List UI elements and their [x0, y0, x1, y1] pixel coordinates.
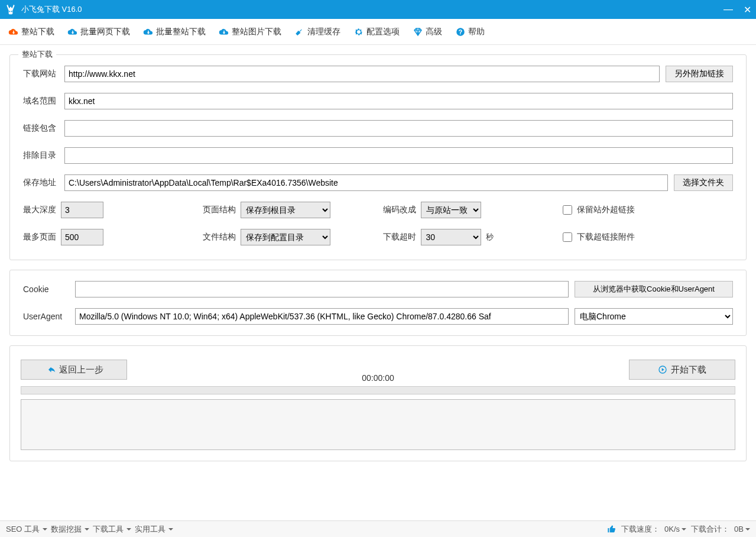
cloud-download-icon — [8, 27, 19, 37]
status-menu-data[interactable]: 数据挖掘 — [51, 524, 89, 535]
status-menu-download[interactable]: 下载工具 — [93, 524, 131, 535]
log-output — [21, 399, 735, 450]
attach-link-button[interactable]: 另外附加链接 — [666, 66, 733, 82]
close-button[interactable]: ✕ — [744, 4, 751, 15]
start-download-button[interactable]: 开始下载 — [629, 360, 735, 380]
tool-help[interactable]: ? 帮助 — [455, 27, 485, 37]
label-timeout: 下载超时 — [383, 232, 416, 242]
tool-settings[interactable]: 配置选项 — [353, 27, 400, 37]
label-encoding: 编码改成 — [383, 205, 416, 215]
url-input[interactable] — [64, 66, 660, 82]
label-url: 下载网站 — [23, 69, 64, 79]
include-input[interactable] — [64, 120, 733, 137]
cookie-input[interactable] — [75, 281, 569, 297]
total-value[interactable]: 0B — [734, 525, 750, 533]
svg-point-1 — [11, 11, 12, 12]
keep-external-links-checkbox[interactable] — [563, 205, 572, 215]
diamond-icon — [413, 27, 423, 37]
svg-point-0 — [9, 11, 10, 12]
label-pages: 最多页面 — [23, 232, 56, 242]
label-useragent: UserAgent — [23, 312, 75, 321]
broom-icon — [294, 27, 305, 37]
thumbs-up-icon — [607, 525, 617, 534]
http-form: Cookie 从浏览器中获取Cookie和UserAgent UserAgent… — [9, 270, 747, 336]
status-menu-util[interactable]: 实用工具 — [135, 524, 173, 535]
back-arrow-icon — [45, 364, 56, 375]
tool-site-images[interactable]: 整站图片下载 — [219, 27, 281, 37]
action-panel: 返回上一步 00:00:00 开始下载 — [9, 345, 747, 461]
tool-batch-page[interactable]: 批量网页下载 — [67, 27, 130, 37]
svg-text:?: ? — [459, 28, 462, 35]
useragent-type-select[interactable]: 电脑Chrome — [575, 308, 733, 325]
label-savepath: 保存地址 — [23, 177, 64, 188]
back-button[interactable]: 返回上一步 — [21, 360, 127, 380]
label-exclude: 排除目录 — [23, 150, 64, 161]
title-bar: 小飞兔下载 V16.0 — ✕ — [0, 0, 756, 19]
progress-bar — [21, 386, 735, 394]
tool-advanced[interactable]: 高级 — [413, 27, 442, 37]
pagestruct-select[interactable]: 保存到根目录 — [241, 202, 330, 218]
get-cookie-button[interactable]: 从浏览器中获取Cookie和UserAgent — [575, 281, 733, 297]
tool-batch-site[interactable]: 批量整站下载 — [143, 27, 206, 37]
minimize-button[interactable]: — — [723, 4, 733, 15]
label-filestruct: 文件结构 — [203, 232, 236, 242]
useragent-input[interactable] — [75, 308, 569, 325]
savepath-input[interactable] — [64, 174, 668, 191]
gear-icon — [353, 27, 364, 37]
window-title: 小飞兔下载 V16.0 — [21, 4, 723, 15]
encoding-select[interactable]: 与原站一致 — [421, 202, 481, 218]
tool-clear-cache[interactable]: 清理缓存 — [294, 27, 340, 37]
filestruct-select[interactable]: 保存到配置目录 — [241, 229, 330, 245]
pages-input[interactable] — [61, 229, 103, 245]
cloud-download-icon — [67, 27, 78, 37]
label-pagestruct: 页面结构 — [203, 205, 236, 215]
exclude-input[interactable] — [64, 147, 733, 164]
form-legend: 整站下载 — [18, 49, 56, 60]
label-include: 链接包含 — [23, 123, 64, 134]
cloud-download-icon — [143, 27, 154, 37]
main-form: 整站下载 下载网站 另外附加链接 域名范围 链接包含 排除目录 保存地址 选择文… — [9, 54, 747, 260]
status-bar: SEO 工具 数据挖掘 下载工具 实用工具 下载速度： 0K/s 下载合计： 0… — [0, 520, 756, 537]
app-logo-icon — [5, 4, 17, 15]
label-dlattach: 下载超链接附件 — [577, 232, 635, 242]
speed-value[interactable]: 0K/s — [664, 525, 686, 533]
cloud-download-icon — [219, 27, 229, 37]
help-icon: ? — [455, 27, 466, 37]
speed-label: 下载速度： — [621, 524, 660, 535]
depth-input[interactable] — [61, 202, 103, 218]
timer-text: 00:00:00 — [362, 373, 394, 383]
play-icon — [658, 365, 667, 374]
timeout-select[interactable]: 30 — [421, 229, 481, 245]
toolbar: 整站下载 批量网页下载 批量整站下载 整站图片下载 清理缓存 配置选项 高级 ?… — [0, 19, 756, 45]
browse-folder-button[interactable]: 选择文件夹 — [674, 174, 733, 191]
status-menu-seo[interactable]: SEO 工具 — [6, 524, 47, 535]
label-domain: 域名范围 — [23, 96, 64, 106]
label-cookie: Cookie — [23, 284, 75, 294]
tool-site-download[interactable]: 整站下载 — [8, 27, 54, 37]
total-label: 下载合计： — [691, 524, 729, 535]
download-attachments-checkbox[interactable] — [563, 232, 572, 242]
domain-input[interactable] — [64, 93, 733, 109]
label-keeplinks: 保留站外超链接 — [577, 205, 635, 215]
label-seconds: 秒 — [486, 232, 494, 242]
label-depth: 最大深度 — [23, 205, 56, 215]
